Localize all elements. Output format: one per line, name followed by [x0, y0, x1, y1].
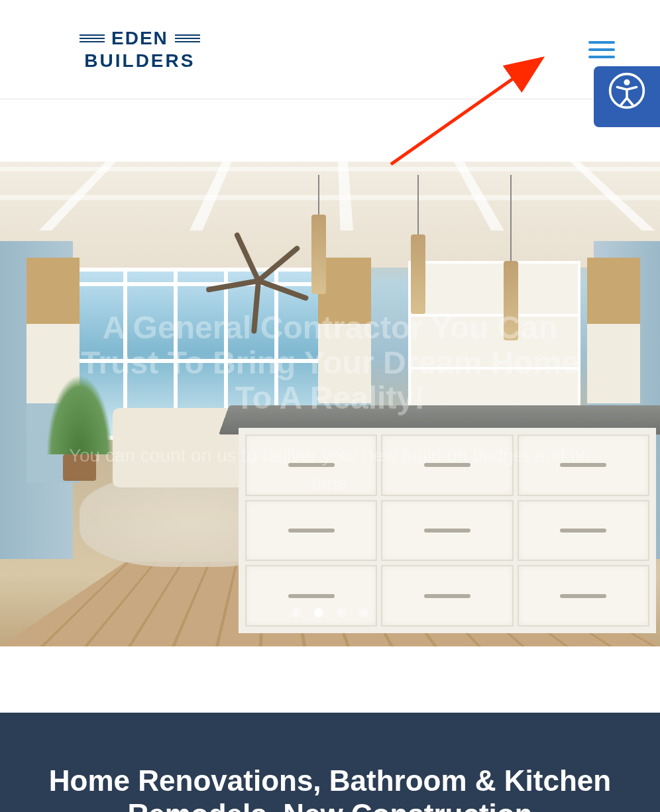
logo-lines-left-icon — [80, 34, 105, 42]
hamburger-line-icon — [588, 56, 615, 58]
accessibility-widget-button[interactable] — [594, 66, 660, 127]
spacer — [0, 646, 660, 713]
logo-text-bottom: BUILDERS — [84, 50, 195, 72]
hero-background-image — [0, 162, 660, 646]
logo-text-top: EDEN — [111, 28, 168, 49]
carousel-dots — [292, 608, 368, 617]
carousel-dot-3[interactable] — [337, 608, 346, 617]
carousel-dot-1[interactable] — [292, 608, 301, 617]
logo-lines-right-icon — [175, 34, 200, 42]
accessibility-icon — [608, 72, 646, 110]
hero-carousel: A General Contractor You Can Trust To Br… — [0, 162, 660, 646]
hamburger-line-icon — [588, 41, 615, 44]
hamburger-line-icon — [588, 48, 615, 51]
carousel-dot-4[interactable] — [359, 608, 368, 617]
carousel-dot-2[interactable] — [314, 608, 323, 617]
spacer — [0, 99, 660, 162]
site-header: EDEN BUILDERS — [0, 0, 660, 99]
logo[interactable]: EDEN BUILDERS — [80, 28, 200, 72]
services-heading: Home Renovations, Bathroom & Kitchen Rem… — [0, 764, 660, 812]
svg-point-1 — [624, 79, 630, 85]
services-section: Home Renovations, Bathroom & Kitchen Rem… — [0, 713, 660, 812]
hamburger-menu-button[interactable] — [583, 36, 620, 64]
